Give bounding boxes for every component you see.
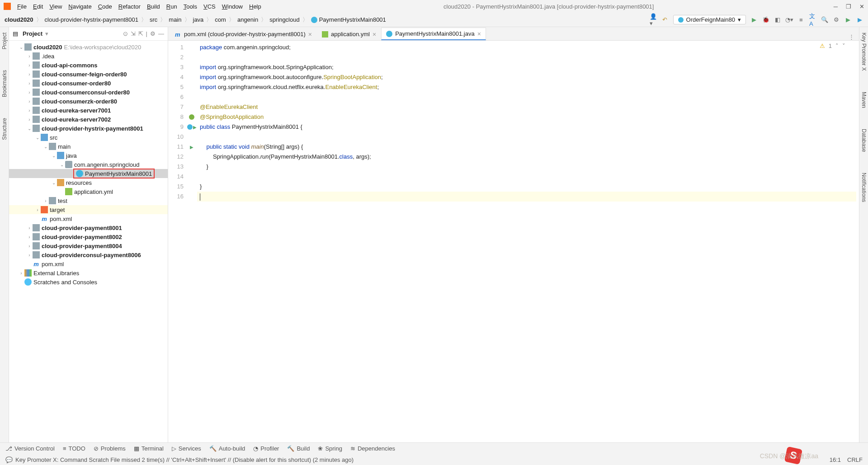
- tree-row[interactable]: ›cloud-consumer-feign-order80: [9, 70, 168, 79]
- menu-help[interactable]: Help: [246, 2, 264, 11]
- tree-arrow-icon[interactable]: ›: [26, 63, 33, 68]
- tree-row[interactable]: ›cloud-consumer-order80: [9, 79, 168, 88]
- toolwindow-terminal[interactable]: ▩Terminal: [134, 445, 164, 452]
- translate-icon[interactable]: 文A: [809, 16, 816, 23]
- tree-row[interactable]: ⌄cloud2020E:\idea-workspace\cloud2020: [9, 42, 168, 52]
- tree-arrow-icon[interactable]: ›: [26, 81, 33, 86]
- tree-row[interactable]: ›cloud-eureka-server7001: [9, 106, 168, 115]
- breadcrumb-item[interactable]: springcloud: [269, 16, 300, 23]
- rail-maven[interactable]: Maven: [861, 88, 867, 112]
- toolwindow-profiler[interactable]: ◔Profiler: [253, 445, 279, 452]
- breadcrumb-item[interactable]: angenin: [237, 16, 258, 23]
- code-line[interactable]: }: [200, 162, 859, 172]
- code-line[interactable]: }: [200, 182, 859, 192]
- toolwindow-dependencies[interactable]: ≋Dependencies: [350, 445, 395, 452]
- gutter-icons[interactable]: [186, 41, 197, 442]
- breadcrumb-item[interactable]: com: [215, 16, 226, 23]
- rail-project[interactable]: Project: [1, 29, 8, 53]
- tree-arrow-icon[interactable]: ›: [26, 235, 33, 240]
- editor-inspections[interactable]: ⚠ 1 ˄ ˅: [820, 42, 845, 49]
- line-separator[interactable]: CRLF: [847, 456, 863, 463]
- code-area[interactable]: package com.angenin.springcloud; import …: [197, 41, 859, 442]
- run-icon[interactable]: ▶: [750, 16, 758, 23]
- back-icon[interactable]: ↶: [661, 16, 669, 23]
- locate-icon[interactable]: ⊙: [123, 30, 128, 37]
- code-line[interactable]: public class PaymentHystrixMain8001 {: [200, 122, 859, 132]
- menu-run[interactable]: Run: [164, 2, 180, 11]
- search-icon[interactable]: 🔍: [821, 16, 828, 23]
- menu-edit[interactable]: Edit: [30, 2, 46, 11]
- toolwindow-problems[interactable]: ⊘Problems: [94, 445, 126, 452]
- tree-arrow-icon[interactable]: ›: [18, 271, 24, 276]
- tree-arrow-icon[interactable]: ›: [26, 253, 33, 258]
- toolwindow-todo[interactable]: ≡TODO: [63, 445, 85, 452]
- code-line[interactable]: SpringApplication.run(PaymentHystrixMain…: [200, 152, 859, 162]
- toolwindow-version-control[interactable]: ⎇Version Control: [5, 445, 55, 452]
- tree-row[interactable]: application.yml: [9, 187, 168, 196]
- tree-row[interactable]: ⌄java: [9, 151, 168, 160]
- close-icon[interactable]: ✕: [859, 3, 864, 10]
- chevron-down-icon[interactable]: ▾: [45, 30, 48, 37]
- toolwindow-services[interactable]: ▷Services: [172, 445, 201, 452]
- menu-view[interactable]: View: [47, 2, 65, 11]
- tree-arrow-icon[interactable]: ⌄: [51, 180, 57, 185]
- code-line[interactable]: [200, 132, 859, 142]
- tree-row[interactable]: Scratches and Consoles: [9, 277, 168, 287]
- tree-row[interactable]: ⌄main: [9, 142, 168, 151]
- breadcrumb-item[interactable]: cloud-provider-hystrix-payment8001: [45, 16, 138, 23]
- code-line[interactable]: import org.springframework.cloud.netflix…: [200, 82, 859, 92]
- code-line[interactable]: [200, 52, 859, 62]
- code-line[interactable]: [200, 172, 859, 182]
- profile-icon[interactable]: ◔▾: [786, 16, 793, 23]
- gutter-class-icon[interactable]: [187, 124, 193, 130]
- menu-tools[interactable]: Tools: [181, 2, 200, 11]
- code-line[interactable]: @SpringBootApplication: [200, 112, 859, 122]
- breadcrumb[interactable]: cloud2020〉cloud-provider-hystrix-payment…: [5, 16, 386, 24]
- tree-row[interactable]: mpom.xml: [9, 259, 168, 268]
- tree-row[interactable]: ›.idea: [9, 52, 168, 61]
- tree-row[interactable]: ›cloud-consumerconsul-order80: [9, 88, 168, 97]
- menu-build[interactable]: Build: [144, 2, 163, 11]
- gear-icon[interactable]: ⚙: [150, 30, 156, 37]
- rail-database[interactable]: Database: [861, 125, 867, 155]
- menu-code[interactable]: Code: [95, 2, 115, 11]
- tree-arrow-icon[interactable]: ›: [26, 108, 33, 113]
- tab-close-icon[interactable]: ×: [308, 31, 312, 38]
- tree-row[interactable]: ›target: [9, 205, 168, 214]
- tree-row[interactable]: mpom.xml: [9, 214, 168, 223]
- code-line[interactable]: @EnableEurekaClient: [200, 102, 859, 112]
- tree-row[interactable]: ⌄resources: [9, 178, 168, 187]
- tree-arrow-icon[interactable]: ›: [26, 117, 33, 122]
- expand-icon[interactable]: ⇲: [131, 30, 136, 37]
- play-blue-icon[interactable]: ▶: [856, 16, 863, 23]
- rail-notifications[interactable]: Notifications: [861, 169, 867, 206]
- breadcrumb-item[interactable]: src: [150, 16, 157, 23]
- tree-row[interactable]: ›cloud-provider-payment8004: [9, 241, 168, 250]
- code-line[interactable]: [197, 192, 856, 202]
- breadcrumb-item[interactable]: cloud2020: [5, 16, 33, 23]
- editor-tab[interactable]: mpom.xml (cloud-provider-hystrix-payment…: [170, 28, 317, 40]
- project-tree[interactable]: ⌄cloud2020E:\idea-workspace\cloud2020›.i…: [9, 41, 168, 442]
- tree-row[interactable]: ⌄com.angenin.springcloud: [9, 160, 168, 169]
- code-line[interactable]: [200, 92, 859, 102]
- menu-file[interactable]: File: [14, 2, 29, 11]
- rail-key-promoter-x[interactable]: Key Promoter X: [861, 29, 867, 75]
- toolwindow-build[interactable]: 🔨Build: [287, 445, 310, 452]
- tree-row[interactable]: ›External Libraries: [9, 268, 168, 277]
- tree-arrow-icon[interactable]: ⌄: [42, 144, 49, 149]
- code-line[interactable]: package com.angenin.springcloud;: [200, 42, 859, 52]
- rail-bookmarks[interactable]: Bookmarks: [1, 66, 8, 101]
- tree-arrow-icon[interactable]: ›: [26, 72, 33, 77]
- tree-row[interactable]: ›cloud-provider-payment8001: [9, 223, 168, 232]
- tree-arrow-icon[interactable]: ⌄: [26, 126, 33, 131]
- tree-arrow-icon[interactable]: ›: [26, 244, 33, 249]
- hide-icon[interactable]: —: [158, 30, 164, 37]
- tree-arrow-icon[interactable]: ⌄: [34, 135, 41, 140]
- tree-arrow-icon[interactable]: ›: [42, 198, 49, 203]
- code-line[interactable]: public static void main(String[] args) {: [200, 142, 859, 152]
- tree-row[interactable]: ›cloud-consumerzk-order80: [9, 97, 168, 106]
- editor-tab[interactable]: PaymentHystrixMain8001.java×: [381, 28, 486, 40]
- tab-close-icon[interactable]: ×: [373, 31, 376, 38]
- tree-arrow-icon[interactable]: ›: [26, 90, 33, 95]
- editor-body[interactable]: 12345678910111213141516 package com.ange…: [168, 41, 859, 442]
